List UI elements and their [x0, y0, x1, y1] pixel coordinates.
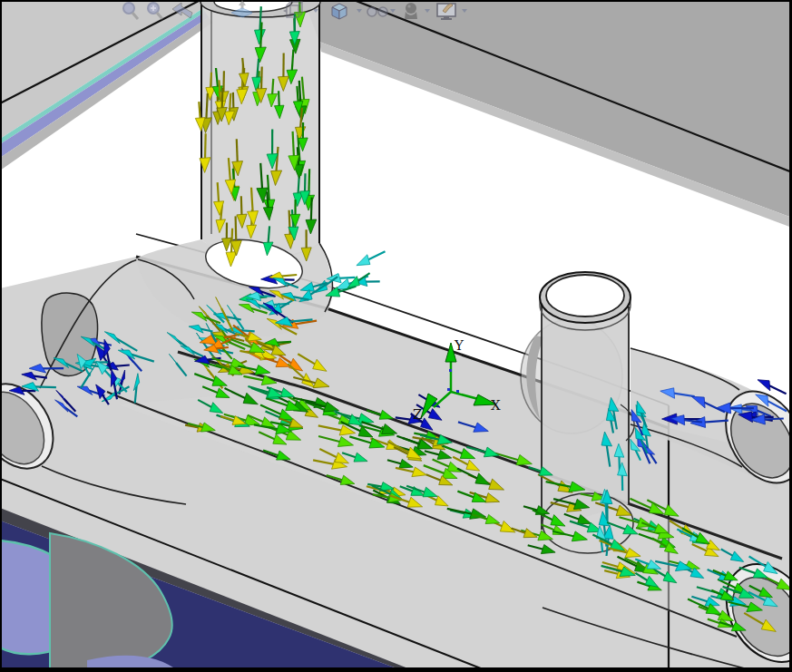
hide-show-items-dropdown[interactable]: [389, 7, 396, 15]
triad-label-x: X: [491, 397, 501, 414]
edit-appearance-dropdown[interactable]: [424, 7, 431, 15]
section-plane-icon: [227, 0, 249, 24]
section-view-button[interactable]: [227, 0, 249, 22]
back-arrow-icon: [171, 0, 192, 22]
glasses-icon: [366, 3, 387, 21]
view-cube-icon: [281, 0, 303, 22]
magnifier-icon: [120, 0, 142, 22]
hide-show-items-button[interactable]: [366, 3, 387, 24]
flow-simulation-viewport[interactable]: Y X Z: [0, 0, 792, 672]
magnifier-plus-icon: [144, 0, 166, 22]
view-orientation-dropdown[interactable]: [312, 7, 319, 15]
zoom-to-fit-button[interactable]: [120, 0, 142, 22]
appearance-icon: [400, 0, 422, 22]
shaded-cube-icon: [328, 0, 349, 22]
edit-appearance-button[interactable]: [400, 0, 422, 22]
display-style-dropdown[interactable]: [356, 7, 363, 15]
apply-scene-dropdown[interactable]: [461, 7, 468, 15]
scene-monitor-icon: [435, 0, 456, 24]
zoom-to-area-button[interactable]: [144, 0, 166, 22]
3d-scene[interactable]: Y X Z: [0, 0, 792, 672]
previous-view-button[interactable]: [171, 0, 192, 22]
display-style-button[interactable]: [328, 0, 349, 22]
apply-scene-button[interactable]: [435, 0, 456, 22]
triad-label-z: Z: [413, 406, 422, 423]
view-orientation-button[interactable]: [281, 0, 303, 22]
triad-label-y: Y: [454, 337, 464, 354]
cylinder-opening: [546, 275, 624, 317]
